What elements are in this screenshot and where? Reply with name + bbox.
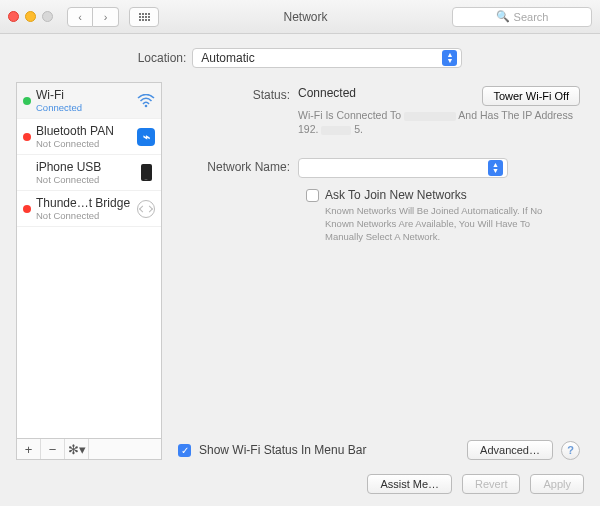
location-label: Location: [138,51,187,65]
minimize-window-button[interactable] [25,11,36,22]
service-status: Not Connected [36,138,132,149]
ask-to-join-row: Ask To Join New Networks Known Networks … [306,188,580,243]
status-dot-icon [23,205,31,213]
service-name: Wi-Fi [36,88,132,102]
service-list-buttons: + − ✻▾ [16,438,162,460]
footer-buttons: Assist Me… Revert Apply [16,474,584,494]
service-name: Thunde…t Bridge [36,196,132,210]
service-item-iphone-usb[interactable]: iPhone USB Not Connected [17,155,161,191]
window-title: Network [165,10,446,24]
details-bottom-bar: ✓ Show Wi-Fi Status In Menu Bar Advanced… [178,440,580,460]
close-window-button[interactable] [8,11,19,22]
service-status: Not Connected [36,210,132,221]
apply-button[interactable]: Apply [530,474,584,494]
status-value: Connected [298,86,356,100]
location-popup[interactable]: Automatic ▲▼ [192,48,462,68]
redacted-ip [321,126,351,135]
assist-me-button[interactable]: Assist Me… [367,474,452,494]
location-value: Automatic [201,51,254,65]
location-row: Location: Automatic ▲▼ [16,48,584,68]
status-description: Wi-Fi Is Connected To And Has The IP Add… [298,108,580,136]
service-item-bluetooth[interactable]: Bluetooth PAN Not Connected ⌁ [17,119,161,155]
zoom-window-button[interactable] [42,11,53,22]
search-input[interactable]: 🔍 Search [452,7,592,27]
updown-icon: ▲▼ [488,160,503,176]
remove-service-button[interactable]: − [41,439,65,459]
ask-to-join-label: Ask To Join New Networks [325,188,555,202]
service-sidebar: Wi-Fi Connected Bluetooth PAN Not Connec… [16,82,162,460]
service-name: iPhone USB [36,160,132,174]
service-actions-button[interactable]: ✻▾ [65,439,89,459]
bluetooth-icon: ⌁ [137,128,155,146]
help-button[interactable]: ? [561,441,580,460]
phone-icon [137,164,155,182]
service-details: Status: Connected Tower Wi-Fi Off Wi-Fi … [174,82,584,460]
forward-button[interactable]: › [93,7,119,27]
search-placeholder: Search [514,11,549,23]
service-name: Bluetooth PAN [36,124,132,138]
network-name-popup[interactable]: ▲▼ [298,158,508,178]
search-icon: 🔍 [496,10,510,23]
window-controls [8,11,53,22]
service-item-wifi[interactable]: Wi-Fi Connected [17,83,161,119]
status-label: Status: [178,86,298,136]
service-item-thunderbolt[interactable]: Thunde…t Bridge Not Connected [17,191,161,227]
turn-wifi-off-button[interactable]: Tower Wi-Fi Off [482,86,580,106]
svg-point-0 [145,104,148,107]
advanced-button[interactable]: Advanced… [467,440,553,460]
status-dot-icon [23,97,31,105]
grid-icon [139,13,150,21]
status-dot-icon [23,133,31,141]
menubar-checkbox[interactable]: ✓ [178,444,191,457]
back-button[interactable]: ‹ [67,7,93,27]
ask-to-join-checkbox[interactable] [306,189,319,202]
network-name-label: Network Name: [178,158,298,178]
revert-button[interactable]: Revert [462,474,520,494]
redacted-ssid [404,112,456,121]
updown-icon: ▲▼ [442,50,457,66]
menubar-label: Show Wi-Fi Status In Menu Bar [199,443,366,457]
thunderbolt-bridge-icon [137,200,155,218]
service-status: Connected [36,102,132,113]
ask-to-join-description: Known Networks Will Be Joined Automatica… [325,205,555,243]
titlebar: ‹ › Network 🔍 Search [0,0,600,34]
show-all-button[interactable] [129,7,159,27]
status-dot-icon [23,169,31,177]
service-status: Not Connected [36,174,132,185]
add-service-button[interactable]: + [17,439,41,459]
service-list: Wi-Fi Connected Bluetooth PAN Not Connec… [16,82,162,438]
nav-buttons: ‹ › [67,7,119,27]
wifi-icon [137,92,155,110]
